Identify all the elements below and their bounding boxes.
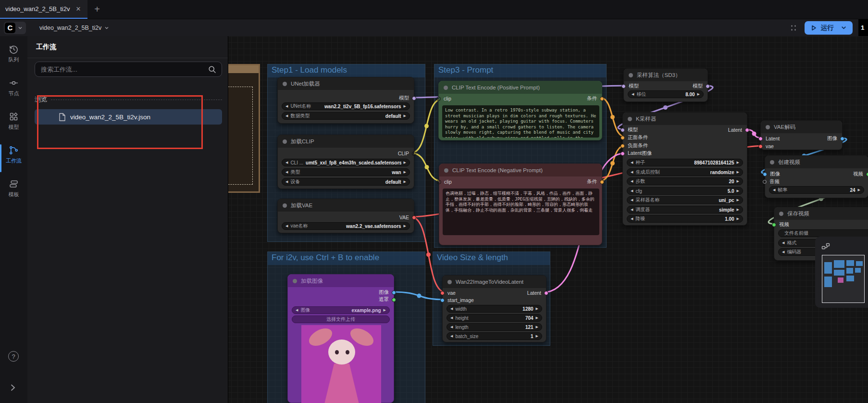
widget-length[interactable]: length121: [446, 323, 542, 331]
widget-CLI ...[interactable]: CLI ...umt5_xxl_fp8_e4m3fn_scaled.safete…: [282, 159, 410, 166]
prompt-textarea[interactable]: Low contrast. In a retro 1970s-style sub…: [442, 105, 599, 138]
widget-降噪[interactable]: 降噪1.00: [627, 215, 743, 223]
output-slot-视频[interactable]: 视频: [853, 171, 868, 177]
collapse-dot-icon[interactable]: [447, 280, 452, 284]
collapse-dot-icon[interactable]: [628, 117, 632, 121]
node-ksampler[interactable]: K采样器模型正面条件负面条件Latent图像Latent种子8984710281…: [622, 112, 747, 226]
widget-batch_size[interactable]: batch_size1: [446, 332, 542, 340]
slot-dot[interactable]: [621, 84, 626, 88]
collapse-dot-icon[interactable]: [283, 139, 287, 144]
workflow-file-item[interactable]: video_wan2_2_5B_ti2v.json: [35, 109, 222, 125]
slot-dot[interactable]: [866, 172, 868, 176]
expand-chevron-icon[interactable]: [9, 383, 17, 392]
node-header[interactable]: 采样算法（SD3）: [624, 69, 707, 81]
node-header[interactable]: VAE解码: [761, 121, 842, 133]
widget-cfg[interactable]: cfg5.0: [627, 187, 743, 195]
slot-dot[interactable]: [437, 180, 441, 184]
node-header[interactable]: Wan22ImageToVideoLatent: [443, 276, 546, 288]
collapse-dot-icon[interactable]: [629, 73, 633, 77]
input-slot-Latent图像[interactable]: Latent图像: [620, 150, 652, 157]
widget-帧率[interactable]: 帧率24: [769, 186, 864, 194]
input-slot-vae[interactable]: vae: [758, 143, 774, 150]
slot-dot[interactable]: [620, 136, 625, 140]
widget-种子[interactable]: 种子898471028164125: [627, 159, 743, 166]
node-sd3-sampling[interactable]: 采样算法（SD3）模型模型移位8.00: [623, 68, 708, 102]
slot-dot[interactable]: [600, 97, 604, 101]
widget-步数[interactable]: 步数20: [627, 177, 743, 185]
input-slot-Latent[interactable]: Latent: [758, 135, 780, 142]
slot-dot[interactable]: [620, 128, 625, 132]
workflow-name-menu[interactable]: video_wan2_2_5B_ti2v: [39, 25, 109, 31]
slot-dot[interactable]: [412, 96, 416, 101]
output-slot-CLIP[interactable]: CLIP: [398, 150, 416, 157]
widget-文件名前缀[interactable]: 文件名前缀: [778, 229, 868, 237]
search-input[interactable]: [35, 66, 208, 73]
input-slot-clip[interactable]: clip: [436, 95, 451, 102]
widget-调度器[interactable]: 调度器simple: [627, 206, 743, 214]
slot-dot[interactable]: [412, 151, 416, 156]
node-wan22-image-to-video-latent[interactable]: Wan22ImageToVideoLatentvaestart_imageLat…: [442, 275, 546, 342]
widget-图像[interactable]: 图像example.png: [292, 306, 390, 314]
slot-dot[interactable]: [840, 137, 844, 141]
node-clip-loader[interactable]: 加载CLIPCLIPCLI ...umt5_xxl_fp8_e4m3fn_sca…: [277, 135, 414, 189]
node-header[interactable]: 加载图像: [288, 275, 394, 287]
input-slot-负面条件[interactable]: 负面条件: [620, 142, 648, 149]
output-slot-模型[interactable]: 模型: [399, 95, 416, 101]
node-header[interactable]: 保存视频: [774, 207, 868, 220]
slot-dot[interactable]: [620, 144, 625, 148]
collapse-dot-icon[interactable]: [283, 82, 287, 86]
output-slot-模型[interactable]: 模型: [693, 83, 710, 89]
upload-button[interactable]: 选择文件上传: [292, 315, 390, 323]
node-header[interactable]: 加载VAE: [278, 199, 414, 212]
slot-dot[interactable]: [763, 172, 767, 176]
minimap-panel[interactable]: [815, 237, 868, 308]
output-slot-图像[interactable]: 图像: [379, 289, 396, 296]
widget-生成后控制[interactable]: 生成后控制randomize: [627, 168, 743, 176]
node-header[interactable]: 创建视频: [765, 156, 868, 168]
input-slot-模型[interactable]: 模型: [620, 126, 638, 133]
sidebar-item-templates[interactable]: 模板: [0, 179, 27, 206]
widget-类型[interactable]: 类型wan: [282, 168, 410, 176]
drag-handle-icon[interactable]: [790, 24, 797, 32]
collapse-dot-icon[interactable]: [444, 168, 448, 173]
input-slot-start_image[interactable]: start_image: [440, 297, 474, 303]
tab-active-workflow[interactable]: video_wan2_2_5B_ti2v ✕: [0, 0, 87, 19]
widget-采样器名称[interactable]: 采样器名称uni_pc: [627, 196, 743, 204]
slot-dot[interactable]: [772, 223, 776, 227]
collapse-dot-icon[interactable]: [283, 203, 287, 208]
slot-dot[interactable]: [544, 291, 548, 295]
slot-dot[interactable]: [392, 298, 396, 302]
node-create-video[interactable]: 创建视频图像音频视频帧率24: [765, 155, 868, 198]
node-header[interactable]: 加载CLIP: [278, 135, 414, 148]
sidebar-item-models[interactable]: 模型: [0, 112, 27, 139]
widget-vae名称[interactable]: vae名称wan2.2_vae.safetensors: [282, 222, 410, 230]
sidebar-item-nodes[interactable]: 节点: [0, 78, 27, 105]
node-clip-text-negative[interactable]: CLIP Text Encode (Negative Prompt)clip条件…: [439, 164, 602, 245]
widget-设备[interactable]: 设备default: [282, 178, 410, 186]
minimap-viewport[interactable]: [822, 255, 865, 303]
widget-数据类型[interactable]: 数据类型default: [282, 112, 410, 120]
input-slot-正面条件[interactable]: 正面条件: [620, 134, 648, 141]
slot-dot[interactable]: [763, 180, 767, 184]
collapse-dot-icon[interactable]: [766, 125, 770, 129]
tab-close-icon[interactable]: ✕: [74, 5, 82, 13]
collapse-dot-icon[interactable]: [779, 212, 783, 216]
run-options-chevron-icon[interactable]: [841, 25, 846, 30]
help-button[interactable]: ?: [8, 351, 19, 362]
widget-width[interactable]: width1280: [446, 305, 542, 313]
app-menu-button[interactable]: C: [4, 22, 26, 34]
input-slot-视频[interactable]: 视频: [772, 221, 789, 228]
input-slot-clip[interactable]: clip: [437, 178, 452, 185]
output-slot-Latent[interactable]: Latent: [728, 126, 749, 133]
sidebar-item-workflows[interactable]: 工作流: [0, 145, 27, 172]
slot-dot[interactable]: [758, 137, 763, 141]
input-slot-模型[interactable]: 模型: [621, 83, 639, 89]
slot-dot[interactable]: [745, 128, 749, 132]
prompt-textarea[interactable]: 色调艳丽，过曝，静态，细节模糊不清，字幕，风格，作品，画作，画面，静止，整体发灰…: [443, 189, 599, 235]
minimap-toggle-button[interactable]: [819, 240, 832, 252]
node-vae-loader[interactable]: 加载VAEVAEvae名称wan2.2_vae.safetensors: [277, 199, 414, 233]
widget-UNet名称[interactable]: UNet名称wan2.2_ti2v_5B_fp16.safetensors: [282, 102, 410, 110]
sidebar-item-queue[interactable]: 队列: [0, 44, 27, 71]
slot-dot[interactable]: [440, 298, 445, 302]
slot-dot[interactable]: [440, 291, 445, 295]
